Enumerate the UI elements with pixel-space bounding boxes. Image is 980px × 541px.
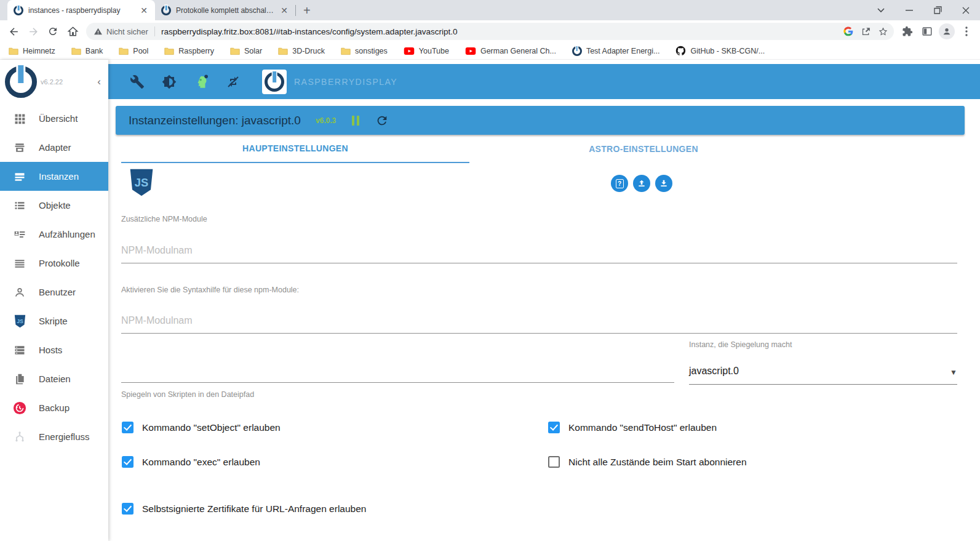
profile-avatar[interactable]: [937, 22, 957, 41]
tab-haupteinstellungen[interactable]: HAUPTEINSTELLUNGEN: [121, 135, 469, 163]
hostname-label: RASPBERRYDISPLAY: [294, 77, 397, 87]
npm-modules-input[interactable]: NPM-Modulnam: [121, 227, 957, 263]
brightness-icon[interactable]: [161, 74, 177, 90]
extensions-icon[interactable]: [898, 22, 917, 41]
home-button[interactable]: [63, 22, 82, 41]
folder-icon: [119, 47, 129, 55]
tab-close-icon[interactable]: ✕: [139, 6, 149, 15]
iobroker-favicon: [572, 46, 582, 56]
js-icon: JS: [12, 314, 27, 329]
user-icon: [12, 285, 27, 300]
checkbox-setobject[interactable]: Kommando "setObject" erlauben: [122, 422, 281, 433]
bookmark-item[interactable]: sonstiges: [341, 47, 388, 55]
checkbox-icon[interactable]: [122, 503, 133, 515]
backup-icon: [12, 401, 27, 415]
sidebar-item-protokolle[interactable]: Protokolle: [0, 249, 108, 278]
window-minimize-button[interactable]: [895, 0, 923, 20]
npm-modules-label: Zusätzliche NPM-Module: [121, 215, 207, 223]
window-close-button[interactable]: [952, 0, 980, 20]
checkbox-exec[interactable]: Kommando "exec" erlauben: [122, 456, 260, 468]
help-button[interactable]: ?: [611, 175, 628, 192]
url-text[interactable]: raspberrydisplay.fritz.box:8081/#tab-ins…: [161, 27, 840, 36]
admin-sidebar: v6.2.22 ‹ Übersicht Adapter Instanzen Ob…: [0, 60, 108, 541]
upload-config-button[interactable]: [633, 175, 650, 192]
mirror-instance-select[interactable]: javascript.0 ▼: [689, 351, 957, 385]
tab-search-chevron-icon[interactable]: [867, 0, 895, 20]
sidebar-item-hosts[interactable]: Hosts: [0, 335, 108, 364]
enums-icon: [12, 227, 27, 242]
tab-astro-einstellungen[interactable]: ASTRO-EINSTELLUNGEN: [469, 135, 818, 163]
instances-icon: [12, 169, 27, 184]
download-config-button[interactable]: [655, 175, 672, 192]
mirror-path-input[interactable]: [121, 353, 674, 383]
bookmark-item[interactable]: German General Ch...: [465, 47, 556, 55]
hosts-icon: [12, 343, 27, 358]
folder-icon: [9, 47, 18, 55]
sidebar-item-skripte[interactable]: JS Skripte: [0, 307, 108, 335]
wrench-icon[interactable]: [129, 74, 145, 90]
bookmark-item[interactable]: Solar: [230, 47, 262, 55]
sidebar-item-backup[interactable]: Backup: [0, 393, 108, 422]
restart-instance-button[interactable]: [375, 114, 389, 127]
warning-icon: [94, 27, 103, 36]
checkbox-icon[interactable]: [548, 456, 560, 468]
expert-mode-icon[interactable]: [193, 74, 209, 90]
bookmark-item[interactable]: 3D-Druck: [278, 47, 325, 55]
new-tab-button[interactable]: +: [296, 4, 318, 18]
sidebar-item-instanzen[interactable]: Instanzen: [0, 162, 108, 191]
sidebar-item-dateien[interactable]: Dateien: [0, 364, 108, 393]
security-label[interactable]: Nicht sicher: [106, 27, 148, 36]
pause-instance-button[interactable]: [352, 116, 359, 126]
browser-tab-active[interactable]: instances - raspberrydisplay ✕: [7, 0, 155, 20]
bookmark-item[interactable]: Bank: [71, 47, 103, 55]
folder-icon: [341, 47, 351, 55]
energy-icon: [12, 430, 27, 444]
address-bar[interactable]: Nicht sicher raspberrydisplay.fritz.box:…: [86, 23, 894, 40]
back-button[interactable]: [4, 22, 23, 41]
google-icon[interactable]: [840, 23, 857, 39]
bookmark-item[interactable]: Raspberry: [164, 47, 214, 55]
reload-button[interactable]: [43, 22, 63, 41]
github-icon: [675, 46, 686, 56]
bookmark-star-icon[interactable]: [874, 23, 891, 39]
checkbox-certificates[interactable]: Selbstsignierte Zertifikate für URL-Anfr…: [122, 503, 366, 515]
tab-close-icon[interactable]: ✕: [279, 6, 289, 15]
sidebar-item-energiefluss[interactable]: Energiefluss: [0, 422, 108, 451]
sidebar-collapse-icon[interactable]: ‹: [97, 76, 101, 88]
sync-off-icon[interactable]: [225, 74, 241, 90]
checkbox-icon[interactable]: [122, 456, 133, 468]
address-divider: [154, 26, 155, 36]
javascript-adapter-logo: JS: [129, 168, 154, 197]
syntax-help-input[interactable]: NPM-Modulnam: [121, 297, 957, 334]
config-content: HAUPTEINSTELLUNGEN ASTRO-EINSTELLUNGEN J…: [108, 135, 980, 541]
sidebar-item-adapter[interactable]: Adapter: [0, 133, 108, 162]
bookmark-item[interactable]: YouTube: [404, 47, 449, 55]
iobroker-favicon: [161, 6, 171, 15]
iobroker-app-logo: [262, 70, 287, 94]
folder-icon: [71, 47, 81, 55]
admin-version: v6.2.22: [41, 78, 97, 86]
checkbox-icon[interactable]: [122, 422, 133, 433]
sidebar-item-aufzaehlungen[interactable]: Aufzählungen: [0, 220, 108, 249]
bookmark-item[interactable]: Test Adapter Energi...: [572, 46, 660, 56]
sidebar-item-objekte[interactable]: Objekte: [0, 191, 108, 220]
checkbox-icon[interactable]: [548, 422, 560, 433]
checkbox-sendtohost[interactable]: Kommando "sendToHost" erlauben: [548, 422, 717, 433]
side-panel-icon[interactable]: [917, 22, 937, 41]
checkbox-subscribe[interactable]: Nicht alle Zustände beim Start abonniere…: [548, 456, 747, 468]
chevron-down-icon: ▼: [950, 368, 957, 377]
bookmark-item[interactable]: Heimnetz: [9, 47, 55, 55]
list-icon: [12, 198, 27, 213]
browser-tab-bar: instances - raspberrydisplay ✕ Protokoll…: [0, 0, 980, 20]
files-icon: [12, 372, 27, 387]
share-icon[interactable]: [857, 23, 874, 39]
grid-icon: [12, 111, 27, 126]
browser-menu-icon[interactable]: [957, 22, 976, 41]
bookmark-item[interactable]: Pool: [119, 47, 148, 55]
window-restore-button[interactable]: [923, 0, 952, 20]
browser-tab-inactive[interactable]: Protokolle komplett abschalten ? ✕: [155, 0, 295, 20]
forward-button[interactable]: [23, 22, 43, 41]
sidebar-item-uebersicht[interactable]: Übersicht: [0, 104, 108, 133]
bookmark-item[interactable]: GitHub - SKB-CGN/...: [675, 46, 765, 56]
sidebar-item-benutzer[interactable]: Benutzer: [0, 278, 108, 307]
